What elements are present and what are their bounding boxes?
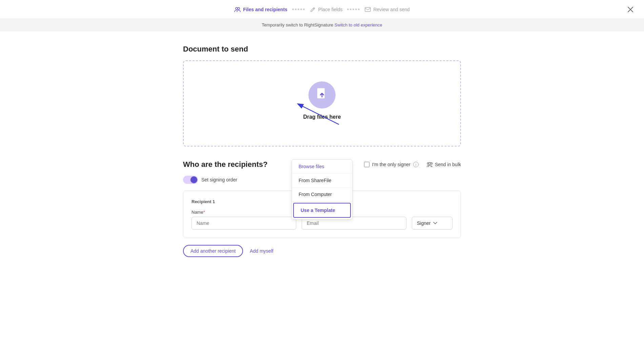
top-nav: Files and recipients Place fields <box>0 0 644 19</box>
svg-point-1 <box>238 7 240 9</box>
name-label: Name* <box>192 210 296 215</box>
nav-steps: Files and recipients Place fields <box>234 6 410 13</box>
switch-old-experience-link[interactable]: Switch to old experience <box>335 22 382 27</box>
nav-dots-1 <box>292 8 305 10</box>
name-group: Name* <box>192 210 296 230</box>
nav-step2-label: Place fields <box>318 7 343 12</box>
only-signer-label[interactable]: I'm the only signer i <box>364 162 419 167</box>
nav-dots-2 <box>347 8 360 10</box>
only-signer-checkbox[interactable] <box>364 162 369 167</box>
nav-step-fields[interactable]: Place fields <box>309 6 343 13</box>
main-content: Document to send Drag files here Browse … <box>176 31 468 271</box>
envelope-icon <box>364 6 371 13</box>
use-template-item[interactable]: Use a Template <box>293 203 351 218</box>
from-sharefile-item[interactable]: From ShareFile <box>292 174 352 188</box>
svg-rect-2 <box>365 7 370 12</box>
file-dropdown: Browse files From ShareFile From Compute… <box>291 159 353 219</box>
close-button[interactable] <box>625 4 636 15</box>
info-icon[interactable]: i <box>413 162 419 167</box>
send-bulk[interactable]: Send in bulk <box>427 161 461 168</box>
sub-banner: Temporarily switch to RightSignature Swi… <box>0 19 644 31</box>
from-computer-item[interactable]: From Computer <box>292 188 352 201</box>
browse-files-item[interactable]: Browse files <box>292 160 352 174</box>
chevron-down-icon <box>433 222 437 225</box>
send-bulk-label: Send in bulk <box>435 162 461 167</box>
sub-banner-text: Temporarily switch to RightSignature <box>262 22 333 27</box>
drag-files-text: Drag files here <box>303 114 341 120</box>
edit-icon <box>309 6 316 13</box>
signing-order-label: Set signing order <box>201 177 237 182</box>
add-myself-button[interactable]: Add myself <box>250 248 273 254</box>
nav-step3-label: Review and send <box>373 7 409 12</box>
signing-order-toggle[interactable]: ✕ <box>183 176 198 184</box>
send-bulk-icon <box>427 161 433 168</box>
svg-point-0 <box>236 7 238 9</box>
document-section-title: Document to send <box>183 45 461 54</box>
recipients-title: Who are the recipients? <box>183 160 267 169</box>
signer-label: Signer <box>417 220 430 226</box>
signer-select[interactable]: Signer <box>412 217 452 230</box>
add-recipient-button[interactable]: Add another recipient <box>183 245 243 257</box>
upload-box[interactable]: Drag files here Browse files From ShareF… <box>183 60 461 147</box>
right-options: I'm the only signer i Send in bulk <box>364 161 461 168</box>
people-icon <box>234 6 241 13</box>
action-row: Add another recipient Add myself <box>183 245 461 257</box>
name-input[interactable] <box>192 217 296 230</box>
upload-icon-circle <box>308 81 336 109</box>
nav-step1-label: Files and recipients <box>243 7 287 12</box>
nav-step-review[interactable]: Review and send <box>364 6 409 13</box>
nav-step-files[interactable]: Files and recipients <box>234 6 287 13</box>
